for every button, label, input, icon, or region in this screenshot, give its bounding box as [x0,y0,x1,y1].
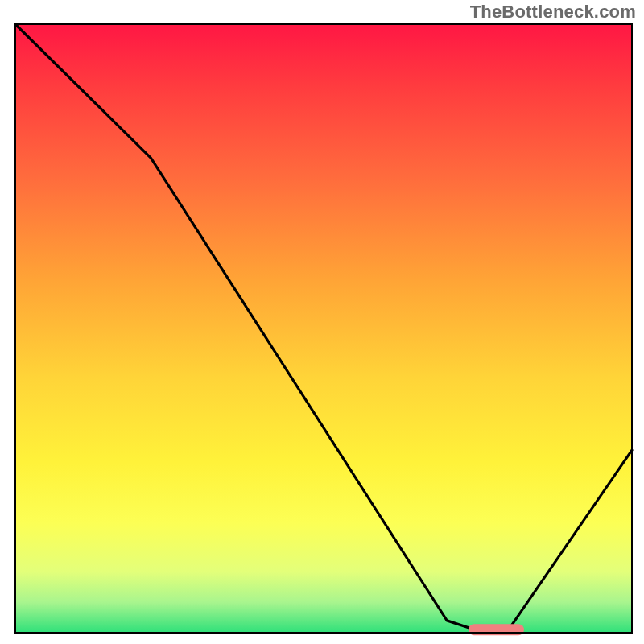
chart-container: TheBottleneck.com [0,0,644,644]
optimal-zone-marker [469,624,524,635]
chart-svg [0,0,644,644]
bottleneck-plot [0,0,644,644]
